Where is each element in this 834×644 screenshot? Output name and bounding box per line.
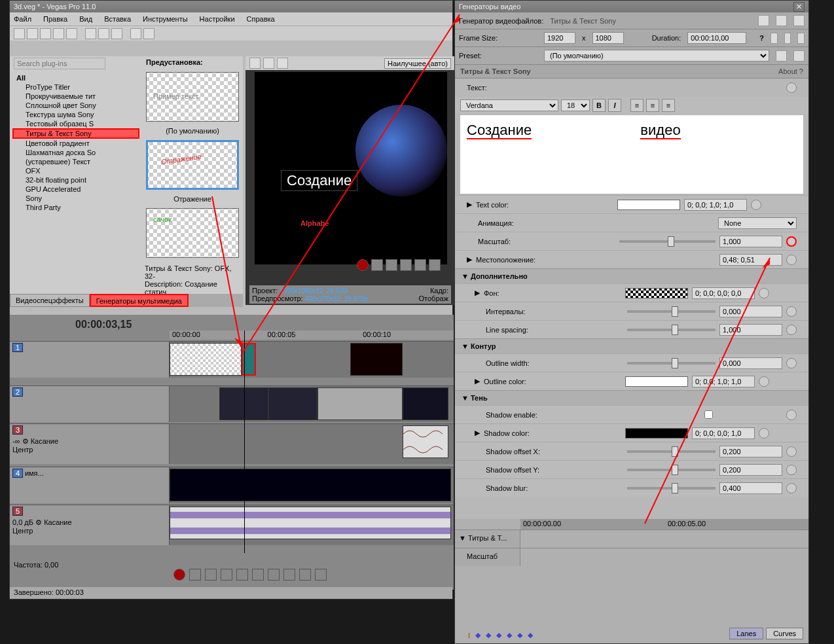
timecode-display[interactable]: 00:00:03,15 xyxy=(75,319,132,331)
expand-icon[interactable]: ▶ xyxy=(475,377,480,385)
search-input[interactable] xyxy=(14,58,105,69)
audio-clip[interactable] xyxy=(403,425,448,458)
align-center-icon[interactable]: ≡ xyxy=(646,99,659,112)
keyframe-icon[interactable] xyxy=(786,306,797,317)
open-icon[interactable] xyxy=(27,28,38,39)
shadow-checkbox[interactable] xyxy=(704,410,713,419)
stop-icon[interactable] xyxy=(252,569,264,581)
main-titlebar[interactable]: 3d.veg * - Vegas Pro 11.0 xyxy=(10,1,452,12)
save-icon[interactable] xyxy=(40,28,51,39)
menu-file[interactable]: Файл xyxy=(14,15,31,23)
tree-item[interactable]: (устаревшее) Текст xyxy=(12,157,139,166)
kf-track-titles[interactable]: ▼ Титры & Т... xyxy=(455,529,808,548)
about-link[interactable]: About xyxy=(778,67,797,75)
track-header[interactable]: 4 имя... xyxy=(10,467,170,503)
size-dropdown[interactable]: 18 xyxy=(561,99,590,111)
slider[interactable] xyxy=(619,240,716,243)
new-icon[interactable] xyxy=(14,28,25,39)
keyframe-icon[interactable] xyxy=(786,358,797,368)
kf-next-icon[interactable]: ◆ xyxy=(517,631,522,639)
quality-dropdown[interactable]: Наилучшее (авто) xyxy=(384,58,451,69)
value-input[interactable] xyxy=(719,324,782,336)
value-input[interactable] xyxy=(719,446,782,457)
slider[interactable] xyxy=(627,362,716,365)
keyframe-icon-active[interactable] xyxy=(786,236,797,247)
slider[interactable] xyxy=(627,329,716,331)
section-outline[interactable]: ▼ Контур xyxy=(455,338,808,353)
section-advanced[interactable]: ▼ Дополнительно xyxy=(455,268,808,283)
keyframe-icon[interactable] xyxy=(759,288,769,298)
tree-item-selected[interactable]: Титры & Текст Sony xyxy=(12,128,139,139)
value-input[interactable] xyxy=(692,427,755,439)
track-header[interactable]: 3 -∞ ⚙ Касание Центр xyxy=(10,424,170,464)
pause-icon[interactable] xyxy=(414,259,426,271)
kf-del-icon[interactable]: ◆ xyxy=(507,631,512,639)
keyframe-icon[interactable] xyxy=(786,465,797,475)
kf-prev-icon[interactable]: ◆ xyxy=(486,631,491,639)
help-icon[interactable]: ? xyxy=(759,34,764,42)
audio-clip[interactable] xyxy=(170,507,451,539)
clip-globe2[interactable] xyxy=(268,387,317,420)
plugin-tree[interactable]: All ProType Titler Прокручиваемые тит Сп… xyxy=(10,71,142,215)
chain-icon[interactable] xyxy=(771,33,778,44)
paste-icon[interactable] xyxy=(111,28,122,39)
kf-ruler[interactable]: 00:00:00.00 00:00:05.00 xyxy=(520,519,808,529)
record-icon[interactable] xyxy=(357,259,369,271)
keyframe-icon[interactable] xyxy=(786,446,797,457)
prev-icon[interactable] xyxy=(299,569,311,581)
track-2[interactable]: 2 xyxy=(10,385,454,422)
tree-item[interactable]: Цветовой градиент xyxy=(12,139,139,148)
delete-preset-icon[interactable] xyxy=(793,50,805,62)
value-input[interactable] xyxy=(692,376,755,387)
clip[interactable] xyxy=(403,387,448,420)
slider[interactable] xyxy=(627,450,716,453)
tree-item[interactable]: Sony xyxy=(12,194,139,203)
kf-add-icon[interactable]: ◆ xyxy=(496,631,501,639)
playhead[interactable] xyxy=(244,331,245,553)
play-start-icon[interactable] xyxy=(400,259,412,271)
menu-insert[interactable]: Вставка xyxy=(104,15,131,23)
preview-btn[interactable] xyxy=(277,58,288,69)
menu-tools[interactable]: Инструменты xyxy=(143,15,188,23)
expand-icon[interactable]: ▶ xyxy=(475,429,480,437)
timeline-ruler[interactable]: 00:00:00 00:00:05 00:00:10 xyxy=(170,331,454,340)
props-icon[interactable] xyxy=(66,28,77,39)
loop-icon[interactable] xyxy=(371,259,383,271)
tree-item[interactable]: Third Party xyxy=(12,203,139,212)
clip[interactable] xyxy=(350,343,403,376)
preview-btn[interactable] xyxy=(263,58,274,69)
view-icon[interactable] xyxy=(776,15,787,26)
align-right-icon[interactable]: ≡ xyxy=(662,99,675,112)
track-1[interactable]: 1 xyxy=(10,341,454,378)
tree-item[interactable]: OFX xyxy=(12,166,139,175)
play-icon[interactable] xyxy=(386,259,397,271)
track-header[interactable]: 5 0,0 дБ ⚙ Касание Центр xyxy=(10,505,170,545)
preview-btn[interactable] xyxy=(249,58,261,69)
duration-input[interactable] xyxy=(687,32,746,44)
italic-icon[interactable]: I xyxy=(608,99,621,112)
view-icon[interactable] xyxy=(758,15,769,26)
gen-titlebar[interactable]: Генераторы видео ✕ xyxy=(455,1,808,12)
keyframe-icon[interactable] xyxy=(786,410,797,420)
value-input[interactable] xyxy=(719,464,782,476)
copy-icon[interactable] xyxy=(98,28,109,39)
editor-word2[interactable]: видео xyxy=(640,122,680,139)
clip[interactable] xyxy=(317,387,403,420)
track-4[interactable]: 4 имя... xyxy=(10,467,454,503)
tree-root[interactable]: All xyxy=(12,73,139,82)
bold-icon[interactable]: B xyxy=(592,99,606,112)
tree-item[interactable]: Шахматная доска So xyxy=(12,148,139,157)
align-left-icon[interactable]: ≡ xyxy=(630,99,644,112)
keyframe-icon[interactable] xyxy=(786,255,797,265)
value-input[interactable] xyxy=(719,306,782,317)
track-header[interactable]: 1 xyxy=(10,342,170,378)
next-icon[interactable] xyxy=(315,569,327,581)
color-swatch[interactable] xyxy=(617,200,680,210)
curves-button[interactable]: Curves xyxy=(766,628,803,639)
keyframe-icon[interactable] xyxy=(786,483,797,493)
pause-icon[interactable] xyxy=(236,569,248,581)
track-5[interactable]: 5 0,0 дБ ⚙ Касание Центр xyxy=(10,505,454,545)
keyframe-icon[interactable] xyxy=(751,200,761,210)
color-swatch[interactable] xyxy=(625,288,688,298)
editor-word1[interactable]: Создание xyxy=(467,122,532,139)
